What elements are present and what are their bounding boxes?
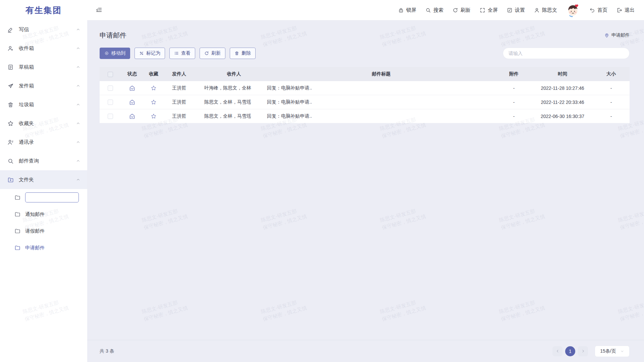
undo-icon xyxy=(589,7,595,13)
sidebar-item-sent[interactable]: 发件箱 xyxy=(0,76,87,95)
company-logo: 有生集团 xyxy=(0,0,87,20)
row-checkbox[interactable] xyxy=(108,100,113,105)
toolbar-button-标记为[interactable]: 标记为 xyxy=(135,48,165,59)
select-all-checkbox[interactable] xyxy=(108,72,113,77)
chevron-left-icon xyxy=(555,349,560,353)
time-cell: 2022-11-28 10:27:46 xyxy=(532,85,593,91)
trash-icon xyxy=(234,51,239,56)
subject-cell: 回复：电脑补贴申请.. xyxy=(267,99,495,105)
favorite-star-icon[interactable] xyxy=(151,99,157,105)
sidebar-item-mail-search[interactable]: 邮件查询 xyxy=(0,152,87,170)
folder-item-请假邮件[interactable]: 请假邮件 xyxy=(0,223,87,239)
column-header: 收件人 xyxy=(201,71,267,77)
prev-page-button[interactable] xyxy=(552,346,562,356)
size-cell: - xyxy=(593,85,630,91)
mail-table: 状态收藏发件人收件人邮件标题附件时间大小 王洪哲 叶海峰，陈思文，全林 回复：电… xyxy=(100,67,630,123)
sidebar-item-trash[interactable]: 垃圾箱 xyxy=(0,95,87,114)
attachment-cell: - xyxy=(495,114,532,119)
toolbar-button-刷新[interactable]: 刷新 xyxy=(200,48,225,59)
list-search-input[interactable] xyxy=(508,51,624,56)
folder-list: 通知邮件 请假邮件 申请邮件 xyxy=(0,189,87,256)
folder-item-通知邮件[interactable]: 通知邮件 xyxy=(0,206,87,223)
sidebar: 有生集团 写信 收件箱 草稿箱 发件箱 垃圾箱 收藏夹 通讯录 邮件查询 文件夹 xyxy=(0,0,87,362)
user-avatar[interactable] xyxy=(566,3,580,17)
folder-icon xyxy=(14,211,20,217)
person-icon xyxy=(534,7,540,13)
chevron-up-icon xyxy=(76,65,80,69)
folder-item-申请邮件[interactable]: 申请邮件 xyxy=(0,239,87,256)
new-folder-name-input[interactable] xyxy=(25,192,79,202)
mail-open-status-icon xyxy=(129,85,135,91)
topbar-item-current-user[interactable]: 陈思文 xyxy=(534,7,557,13)
column-header: 附件 xyxy=(495,71,532,77)
folder-item-new[interactable] xyxy=(0,189,87,206)
chevron-up-icon xyxy=(76,177,80,182)
sidebar-item-inbox[interactable]: 收件箱 xyxy=(0,39,87,58)
mail-open-status-icon xyxy=(129,99,135,105)
pagination: 1 15条/页 xyxy=(552,346,630,357)
sidebar-item-compose[interactable]: 写信 xyxy=(0,20,87,39)
chevron-up-icon xyxy=(76,27,80,32)
folder-icon xyxy=(14,245,20,251)
mail-row[interactable]: 王洪哲 陈思文，全林，马雪瑶 回复：电脑补贴申请.. - 2022-06-30 … xyxy=(100,109,630,123)
toolbar-button-删除[interactable]: 删除 xyxy=(230,48,256,59)
sender-cell: 王洪哲 xyxy=(164,99,201,105)
row-checkbox[interactable] xyxy=(108,114,113,119)
subject-cell: 回复：电脑补贴申请.. xyxy=(267,85,495,91)
page-title: 申请邮件 xyxy=(100,31,126,40)
chevron-down-icon xyxy=(620,349,624,353)
collapse-sidebar-icon[interactable] xyxy=(95,6,103,14)
subject-cell: 回复：电脑补贴申请.. xyxy=(267,113,495,119)
sidebar-item-favorites[interactable]: 收藏夹 xyxy=(0,114,87,133)
topbar-item-fullscreen[interactable]: 全屏 xyxy=(480,7,498,13)
page-number-button[interactable]: 1 xyxy=(565,346,575,356)
breadcrumb: 申请邮件 xyxy=(604,32,630,38)
sidebar-item-drafts[interactable]: 草稿箱 xyxy=(0,58,87,76)
sender-cell: 王洪哲 xyxy=(164,85,201,91)
mail-row[interactable]: 王洪哲 叶海峰，陈思文，全林 回复：电脑补贴申请.. - 2022-11-28 … xyxy=(100,81,630,95)
column-header: 邮件标题 xyxy=(267,71,495,77)
topbar-actions: 锁屏 搜索 刷新 全屏 设置 陈思文 首页 退出 xyxy=(398,3,635,17)
topbar-item-search[interactable]: 搜索 xyxy=(425,7,443,13)
percent-icon xyxy=(139,51,144,56)
sidebar-item-contacts[interactable]: 通讯录 xyxy=(0,133,87,152)
toolbar: 移动到 标记为 查看 刷新 删除 xyxy=(100,48,630,59)
refresh-icon xyxy=(452,7,458,13)
time-cell: 2022-11-22 20:33:46 xyxy=(532,100,593,105)
next-page-button[interactable] xyxy=(578,346,588,356)
column-header: 状态 xyxy=(121,71,143,77)
topbar-item-refresh[interactable]: 刷新 xyxy=(452,7,471,13)
location-pin-icon xyxy=(604,33,609,38)
logout-icon xyxy=(616,7,622,13)
page-size-value: 15条/页 xyxy=(600,348,616,354)
page-size-select[interactable]: 15条/页 xyxy=(595,346,630,357)
topbar-item-home[interactable]: 首页 xyxy=(589,7,607,13)
refresh-icon xyxy=(204,51,209,56)
fullscreen-icon xyxy=(480,7,485,13)
move-icon xyxy=(104,51,109,56)
sidebar-item-folders[interactable]: 文件夹 xyxy=(0,170,87,189)
mail-row[interactable]: 王洪哲 陈思文，全林，马雪瑶 回复：电脑补贴申请.. - 2022-11-22 … xyxy=(100,95,630,109)
chevron-up-icon xyxy=(76,121,80,126)
topbar-item-lock-screen[interactable]: 锁屏 xyxy=(398,7,416,13)
mail-open-status-icon xyxy=(129,113,135,119)
folder-icon xyxy=(14,194,20,200)
size-cell: - xyxy=(593,114,630,119)
column-header: 发件人 xyxy=(164,71,201,77)
recipients-cell: 陈思文，全林，马雪瑶 xyxy=(201,113,267,119)
recipients-cell: 叶海峰，陈思文，全林 xyxy=(201,85,267,91)
edit-square-icon xyxy=(507,7,513,13)
topbar-item-logout[interactable]: 退出 xyxy=(616,7,635,13)
chevron-up-icon xyxy=(76,83,80,88)
topbar-item-settings[interactable]: 设置 xyxy=(507,7,525,13)
list-icon xyxy=(174,51,179,56)
toolbar-button-查看[interactable]: 查看 xyxy=(169,48,195,59)
favorite-star-icon[interactable] xyxy=(151,113,157,119)
toolbar-button-移动到[interactable]: 移动到 xyxy=(100,48,130,59)
row-checkbox[interactable] xyxy=(108,85,113,91)
list-footer: 共 3 条 1 15条/页 xyxy=(87,340,644,362)
sidebar-menu: 写信 收件箱 草稿箱 发件箱 垃圾箱 收藏夹 通讯录 邮件查询 文件夹 xyxy=(0,20,87,256)
folder-icon xyxy=(14,228,20,234)
time-cell: 2022-06-30 16:30:37 xyxy=(532,114,593,119)
favorite-star-icon[interactable] xyxy=(151,85,157,91)
